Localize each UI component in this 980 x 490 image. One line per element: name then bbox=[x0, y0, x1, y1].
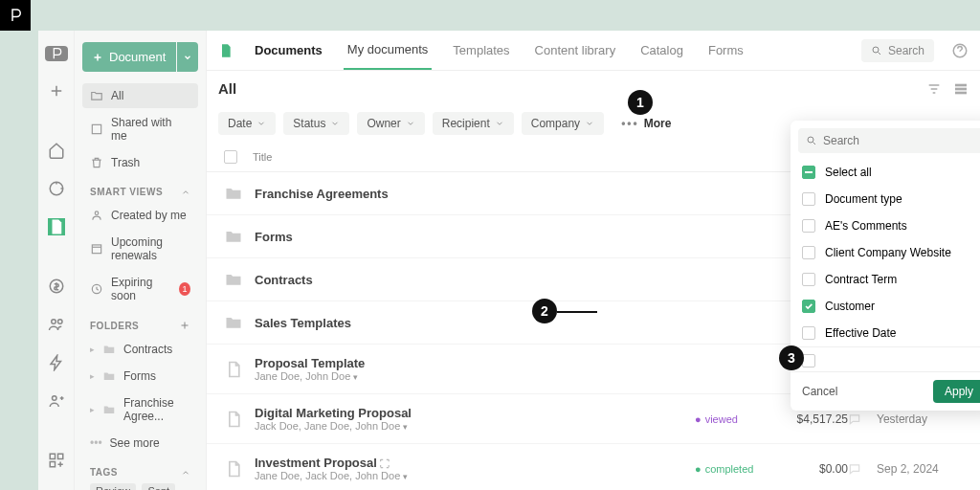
sidebar-item-label: Franchise Agree... bbox=[123, 396, 190, 423]
select-all-checkbox[interactable] bbox=[224, 150, 237, 164]
new-document-label: Document bbox=[109, 50, 166, 64]
popover-item-label: Customer bbox=[825, 300, 875, 313]
new-icon[interactable] bbox=[48, 82, 65, 100]
sidebar-folder-franchise[interactable]: ▸Franchise Agree... bbox=[82, 390, 198, 429]
row-chat-icon[interactable] bbox=[848, 462, 877, 476]
home-icon[interactable] bbox=[48, 142, 65, 159]
chevron-up-icon bbox=[181, 468, 190, 478]
folder-icon bbox=[224, 313, 243, 332]
svg-point-15 bbox=[873, 47, 879, 53]
svg-rect-13 bbox=[92, 245, 100, 254]
popover-item[interactable]: Effective Date bbox=[791, 320, 980, 346]
filter-owner[interactable]: Owner bbox=[357, 112, 424, 135]
global-search[interactable]: Search bbox=[861, 39, 934, 62]
tab-documents[interactable]: Documents bbox=[251, 32, 326, 69]
row-title: Franchise Agreements bbox=[255, 187, 695, 201]
smart-views-header[interactable]: SMART VIEWS bbox=[82, 177, 198, 203]
search-icon bbox=[871, 45, 882, 56]
filter-recipient[interactable]: Recipient bbox=[433, 112, 514, 135]
svg-rect-6 bbox=[57, 454, 62, 458]
popover-item[interactable]: Document type bbox=[791, 186, 980, 212]
checkbox[interactable] bbox=[802, 326, 815, 340]
contacts-icon[interactable] bbox=[48, 316, 65, 333]
sidebar-item-label: Trash bbox=[111, 156, 140, 169]
sidebar-item-label: Contracts bbox=[123, 343, 172, 356]
apply-button[interactable]: Apply bbox=[933, 380, 980, 403]
filter-date[interactable]: Date bbox=[218, 112, 276, 135]
cancel-button[interactable]: Cancel bbox=[802, 385, 837, 398]
checkbox[interactable] bbox=[802, 354, 815, 368]
tab-forms[interactable]: Forms bbox=[704, 32, 747, 69]
popover-item[interactable]: AE's Comments bbox=[791, 212, 980, 239]
checkbox[interactable] bbox=[802, 192, 815, 206]
popover-item-label: Effective Date bbox=[825, 326, 896, 340]
plus-icon[interactable] bbox=[179, 320, 190, 331]
checkbox[interactable] bbox=[802, 219, 815, 233]
documents-rail-icon[interactable] bbox=[48, 218, 65, 235]
sidebar-item-upcoming[interactable]: Upcoming renewals bbox=[82, 230, 198, 268]
search-label: Search bbox=[888, 44, 924, 57]
tag-review[interactable]: Review bbox=[90, 483, 136, 490]
sidebar-see-more[interactable]: •••See more bbox=[82, 431, 198, 456]
document-icon bbox=[224, 459, 243, 479]
filter-status[interactable]: Status bbox=[283, 112, 349, 135]
svg-point-12 bbox=[95, 212, 99, 215]
sidebar-item-shared[interactable]: Shared with me bbox=[82, 110, 198, 148]
document-icon bbox=[224, 360, 243, 379]
tab-templates[interactable]: Templates bbox=[449, 32, 513, 69]
checkbox[interactable] bbox=[802, 273, 815, 286]
grid-view-icon[interactable] bbox=[953, 81, 969, 97]
sidebar-item-created-by-me[interactable]: Created by me bbox=[82, 203, 198, 228]
team-icon[interactable] bbox=[48, 392, 65, 410]
sidebar-item-all[interactable]: All bbox=[82, 83, 198, 108]
icon-rail bbox=[38, 31, 75, 490]
sidebar: Document All Shared with me Trash SMART … bbox=[75, 31, 207, 490]
chevron-up-icon bbox=[181, 188, 190, 197]
new-document-caret[interactable] bbox=[177, 42, 198, 72]
dollar-icon[interactable] bbox=[48, 278, 65, 295]
bolt-icon[interactable] bbox=[48, 354, 65, 371]
sidebar-item-trash[interactable]: Trash bbox=[82, 150, 198, 175]
tab-content-library[interactable]: Content library bbox=[531, 32, 620, 69]
popover-item[interactable]: Client Company Website bbox=[791, 239, 980, 266]
table-row[interactable]: Investment Proposal ⛶ Jane Doe, Jack Doe… bbox=[207, 444, 980, 490]
filter-icon[interactable] bbox=[926, 81, 942, 97]
target-icon[interactable] bbox=[48, 180, 65, 197]
tag-sent[interactable]: Sent bbox=[142, 483, 175, 490]
svg-rect-17 bbox=[955, 83, 967, 86]
new-document-button[interactable]: Document bbox=[82, 42, 176, 72]
sidebar-folder-forms[interactable]: ▸Forms bbox=[82, 364, 198, 389]
popover-search[interactable] bbox=[798, 128, 980, 153]
popover-item[interactable]: Customer bbox=[791, 293, 980, 320]
folder-icon bbox=[224, 227, 243, 246]
help-icon[interactable] bbox=[951, 42, 969, 59]
svg-point-2 bbox=[51, 320, 56, 324]
popover-item[interactable]: Contract Term bbox=[791, 266, 980, 293]
filter-company[interactable]: Company bbox=[522, 112, 604, 135]
row-subtitle: Jane Doe, Jack Doe, John Doe ▾ bbox=[255, 470, 695, 481]
folder-icon bbox=[224, 184, 243, 203]
more-filters-popover: Select all Document typeAE's CommentsCli… bbox=[791, 121, 980, 411]
brand-logo[interactable] bbox=[45, 46, 68, 61]
column-title[interactable]: Title bbox=[253, 151, 695, 163]
popover-search-input[interactable] bbox=[823, 134, 980, 147]
select-all-checkbox[interactable] bbox=[802, 166, 815, 179]
apps-icon[interactable] bbox=[48, 452, 65, 469]
user-icon bbox=[90, 209, 103, 222]
sidebar-item-expiring[interactable]: Expiring soon1 bbox=[82, 270, 198, 308]
tab-catalog[interactable]: Catalog bbox=[636, 32, 687, 69]
row-chat-icon[interactable] bbox=[848, 412, 877, 426]
popover-item-label: Document type bbox=[825, 192, 902, 206]
checkbox[interactable] bbox=[802, 246, 815, 259]
svg-point-3 bbox=[57, 320, 62, 324]
brand-badge bbox=[0, 0, 31, 31]
folder-icon bbox=[90, 89, 103, 102]
filter-more[interactable]: •••More bbox=[612, 112, 680, 135]
folders-header[interactable]: FOLDERS bbox=[82, 310, 198, 337]
tags-header[interactable]: TAGS bbox=[82, 457, 198, 483]
tab-my-documents[interactable]: My documents bbox=[344, 31, 433, 70]
popover-select-all[interactable]: Select all bbox=[791, 159, 980, 186]
sidebar-folder-contracts[interactable]: ▸Contracts bbox=[82, 337, 198, 362]
checkbox[interactable] bbox=[802, 300, 815, 313]
row-title: Forms bbox=[255, 230, 695, 244]
